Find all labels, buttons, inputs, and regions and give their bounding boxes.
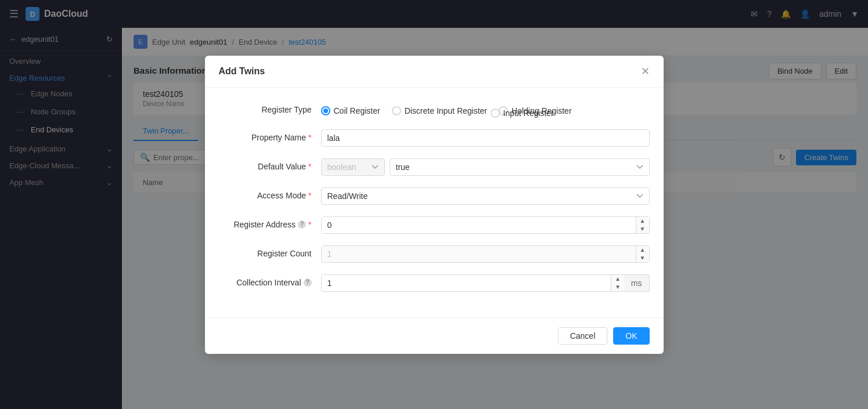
radio-group: Coil Register Discrete Input Register Ho… [321,102,650,118]
register-type-label: Register Type [219,102,312,114]
collection-interval-label: Collection Interval ? [219,274,312,287]
register-address-required: * [308,220,311,229]
register-count-input[interactable] [322,246,636,262]
register-address-input[interactable] [322,217,636,233]
collection-number-wrap: ▲ ▼ [321,274,624,292]
collection-interval-control: ▲ ▼ ms [321,274,650,292]
collection-interval-help-icon[interactable]: ? [304,278,312,287]
collection-interval-up[interactable]: ▲ [611,275,624,283]
register-type-row: Register Type Coil Register Discrete Inp… [219,102,650,118]
register-type-control: Coil Register Discrete Input Register Ho… [321,102,650,118]
radio-input[interactable]: Input Register [491,108,554,118]
register-count-row: Register Count ▲ ▼ [219,245,650,263]
default-value-row: Default Value * boolean int float string… [219,158,650,176]
default-value-select[interactable]: true false [390,158,650,176]
collection-interval-input[interactable] [322,275,611,291]
register-address-label: Register Address ? * [219,216,312,229]
cancel-button[interactable]: Cancel [558,327,608,345]
collection-interval-row: Collection Interval ? ▲ ▼ ms [219,274,650,292]
register-count-down[interactable]: ▼ [636,254,649,262]
ok-button[interactable]: OK [613,327,649,345]
property-name-input[interactable] [321,129,650,147]
radio-coil-label: Coil Register [334,106,380,115]
radio-input-circle [491,108,500,118]
default-value-control: boolean int float string true false [321,158,650,176]
property-name-control [321,129,650,147]
access-mode-label: Access Mode * [219,187,312,200]
register-address-control: ▲ ▼ [321,216,650,234]
radio-coil-circle [321,106,330,115]
register-address-down[interactable]: ▼ [636,225,649,233]
modal-header: Add Twins ✕ [205,56,664,88]
register-count-wrap: ▲ ▼ [321,245,650,263]
collection-interval-down[interactable]: ▼ [611,283,624,291]
access-mode-select[interactable]: Read/Write ReadOnly WriteOnly [321,187,650,205]
register-address-row: Register Address ? * ▲ ▼ [219,216,650,234]
register-count-up[interactable]: ▲ [636,246,649,254]
access-mode-required: * [308,191,311,200]
collection-interval-arrows: ▲ ▼ [611,275,624,291]
radio-coil[interactable]: Coil Register [321,106,380,115]
default-value-wrap: boolean int float string true false [321,158,650,176]
property-name-required: * [308,133,311,142]
radio-input-label: Input Register [503,108,554,118]
register-count-control: ▲ ▼ [321,245,650,263]
register-count-arrows: ▲ ▼ [636,246,649,262]
modal-body: Register Type Coil Register Discrete Inp… [205,88,664,317]
access-mode-control: Read/Write ReadOnly WriteOnly [321,187,650,205]
ms-unit-badge: ms [624,274,650,292]
property-name-label: Property Name * [219,129,312,142]
register-count-label: Register Count [219,245,312,258]
register-address-wrap: ▲ ▼ [321,216,650,234]
property-name-row: Property Name * [219,129,650,147]
modal-overlay[interactable]: Add Twins ✕ Register Type Coil Register [0,0,868,409]
register-address-help-icon[interactable]: ? [298,220,306,229]
default-value-label: Default Value * [219,158,312,171]
collection-interval-wrap: ▲ ▼ ms [321,274,650,292]
modal-footer: Cancel OK [205,317,664,354]
radio-discrete[interactable]: Discrete Input Register [392,106,487,115]
modal-title: Add Twins [219,66,265,77]
modal-close-button[interactable]: ✕ [641,65,650,78]
default-value-type-select[interactable]: boolean int float string [321,158,385,176]
add-twins-modal: Add Twins ✕ Register Type Coil Register [205,56,664,354]
register-address-arrows: ▲ ▼ [636,217,649,233]
radio-discrete-circle [392,106,401,115]
register-address-up[interactable]: ▲ [636,217,649,225]
access-mode-row: Access Mode * Read/Write ReadOnly WriteO… [219,187,650,205]
radio-discrete-label: Discrete Input Register [405,106,487,115]
default-value-required: * [308,162,311,171]
